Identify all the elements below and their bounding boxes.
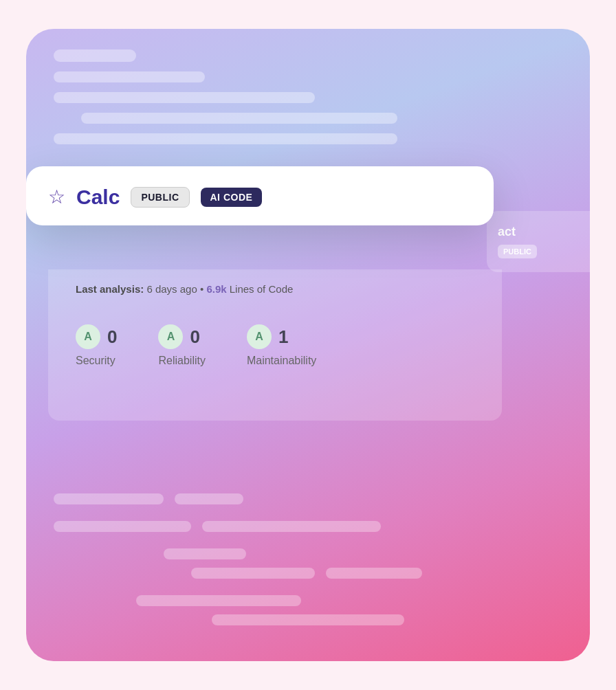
bottom-line-1a [54,493,164,504]
bottom-line-2b [202,521,381,532]
analysis-panel-bg [48,269,502,421]
front-card: ☆ Calc PUBLIC AI CODE [26,166,494,225]
front-card-header: ☆ Calc PUBLIC AI CODE [26,166,494,225]
bottom-line-2a [54,521,191,532]
bg-lines-top [54,49,562,154]
right-public-badge: PUBLIC [498,245,537,258]
bottom-line-5 [136,595,301,606]
public-badge: PUBLIC [131,187,189,208]
bottom-line-6 [212,614,404,625]
right-card-title: act [498,225,586,239]
bg-line-2 [54,71,205,82]
star-icon[interactable]: ☆ [48,188,65,207]
bg-line-4 [81,113,397,124]
bottom-lines [54,493,562,634]
bottom-line-3 [164,548,246,559]
bg-line-5 [54,133,397,144]
bottom-line-4b [326,568,422,579]
outer-container: act PUBLIC Last analysis: 6 days ago • 6… [26,29,590,661]
ai-code-badge: AI CODE [201,188,263,207]
project-title[interactable]: Calc [76,186,120,209]
bottom-line-4a [191,568,315,579]
right-partial-card: act PUBLIC [487,211,590,272]
bg-line-1 [54,49,136,62]
bottom-line-1b [175,493,243,504]
bg-line-3 [54,92,315,103]
